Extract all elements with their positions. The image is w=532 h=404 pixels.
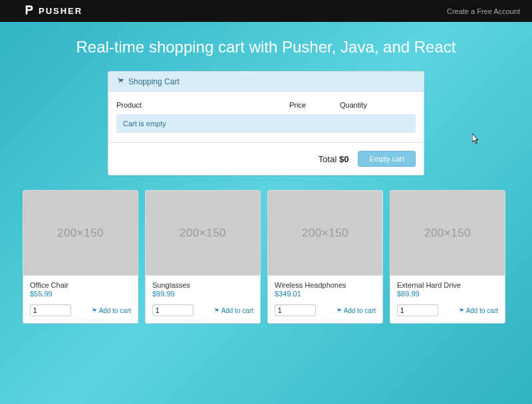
product-card: 200×150Wireless Headphones$349.01Add to … [267,190,383,324]
product-grid: 200×150Office Chair$55.99Add to cart200×… [0,190,532,324]
pusher-logo-icon [24,5,35,17]
product-price: $99.99 [152,290,253,298]
cart-icon [213,307,219,314]
product-name: External Hard Drive [397,281,498,289]
add-to-cart-label: Add to cart [221,307,253,314]
product-card: 200×150Office Chair$55.99Add to cart [23,190,138,324]
quantity-input[interactable] [275,304,316,316]
product-name: Wireless Headphones [275,281,376,289]
product-name: Office Chair [30,281,131,289]
product-image-placeholder: 200×150 [390,191,505,276]
product-image-placeholder: 200×150 [268,191,382,276]
product-image-placeholder: 200×150 [146,191,260,276]
cursor-icon [472,134,480,144]
quantity-input[interactable] [30,304,71,316]
product-price: $89.99 [397,290,498,298]
col-price: Price [289,101,340,109]
col-product: Product [116,101,289,109]
navbar: PUSHER Create a Free Account [0,0,532,22]
cart-columns: Product Price Quantity [116,98,416,114]
cart-header-label: Shopping Cart [128,77,180,86]
cart-empty-message: Cart is empty [116,114,416,133]
add-to-cart-link[interactable]: Add to cart [458,307,498,314]
cart-icon [116,76,124,86]
add-to-cart-label: Add to cart [466,307,498,314]
cart-icon [336,307,342,314]
cart-panel: Shopping Cart Product Price Quantity Car… [108,71,424,175]
brand[interactable]: PUSHER [24,5,82,17]
add-to-cart-link[interactable]: Add to cart [213,307,253,314]
product-card: 200×150Sunglasses$99.99Add to cart [145,190,261,324]
quantity-input[interactable] [397,304,438,316]
cart-icon [458,307,464,314]
product-name: Sunglasses [152,281,253,289]
cart-icon [91,307,97,314]
create-account-link[interactable]: Create a Free Account [447,7,520,15]
add-to-cart-link[interactable]: Add to cart [336,307,376,314]
page-title: Real-time shopping cart with Pusher, Jav… [0,38,532,56]
product-card: 200×150External Hard Drive$89.99Add to c… [390,190,505,324]
empty-cart-button[interactable]: Empty cart [358,151,416,167]
cart-footer: Total $0 Empty cart [108,142,424,175]
product-image-placeholder: 200×150 [23,191,138,276]
quantity-input[interactable] [152,304,194,316]
add-to-cart-link[interactable]: Add to cart [91,307,131,314]
add-to-cart-label: Add to cart [99,307,131,314]
col-quantity: Quantity [340,101,416,109]
add-to-cart-label: Add to cart [344,307,376,314]
cart-body: Product Price Quantity Cart is empty [108,92,424,133]
brand-text: PUSHER [39,6,82,16]
total-value: $0 [339,154,348,164]
total-label: Total $0 [319,154,349,164]
product-price: $349.01 [275,290,376,298]
product-price: $55.99 [30,290,131,298]
cart-header: Shopping Cart [108,72,424,92]
